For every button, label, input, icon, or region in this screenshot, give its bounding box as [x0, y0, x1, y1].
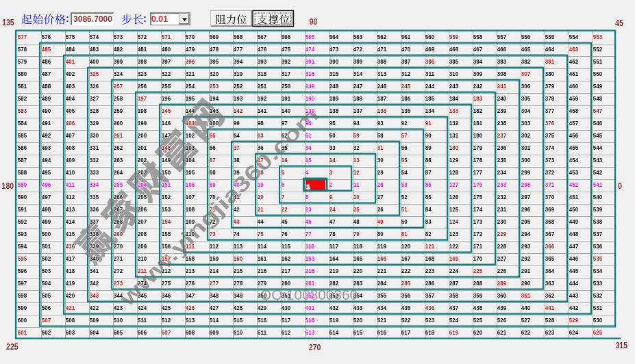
svg-text:420: 420: [66, 291, 75, 299]
svg-text:70: 70: [210, 193, 216, 200]
svg-text:331: 331: [90, 144, 99, 151]
svg-text:77: 77: [306, 230, 312, 237]
svg-text:139: 139: [306, 107, 315, 114]
svg-text:487: 487: [42, 70, 51, 77]
svg-text:423: 423: [114, 304, 123, 311]
svg-text:271: 271: [114, 255, 123, 262]
svg-text:412: 412: [66, 193, 75, 200]
svg-text:474: 474: [306, 45, 315, 53]
svg-text:578: 578: [18, 45, 27, 53]
svg-text:389: 389: [353, 57, 363, 65]
svg-text:225: 225: [473, 267, 483, 274]
svg-text:570: 570: [186, 33, 195, 40]
svg-text:599: 599: [18, 304, 27, 311]
svg-text:198: 198: [138, 107, 147, 114]
svg-text:556: 556: [521, 33, 531, 40]
svg-text:149: 149: [162, 156, 171, 164]
svg-text:140: 140: [282, 107, 291, 114]
svg-text:337: 337: [90, 218, 99, 225]
svg-text::: :: [143, 12, 147, 24]
svg-text:392: 392: [282, 57, 291, 65]
svg-text:443: 443: [569, 291, 579, 299]
svg-text:345: 345: [138, 291, 147, 299]
svg-text:484: 484: [66, 45, 75, 53]
svg-text:393: 393: [258, 57, 267, 65]
svg-text:417: 417: [66, 255, 75, 262]
svg-text:367: 367: [545, 230, 555, 237]
svg-text:135: 135: [401, 107, 411, 114]
svg-text:42: 42: [234, 205, 240, 213]
svg-text:324: 324: [114, 70, 123, 77]
svg-text:486: 486: [42, 57, 51, 65]
svg-text:309: 309: [473, 70, 483, 77]
svg-text:326: 326: [90, 82, 99, 90]
svg-text:89: 89: [425, 144, 432, 151]
svg-text:318: 318: [258, 70, 267, 77]
svg-text:432: 432: [329, 304, 339, 311]
svg-text:81: 81: [401, 230, 408, 237]
svg-text:452: 452: [569, 181, 579, 188]
svg-text:65: 65: [210, 131, 216, 139]
svg-text:261: 261: [114, 131, 123, 139]
svg-text:615: 615: [353, 328, 363, 336]
svg-text:450: 450: [569, 205, 579, 213]
svg-text:82: 82: [425, 230, 432, 237]
svg-text:511: 511: [138, 316, 147, 324]
svg-text:127: 127: [449, 181, 459, 188]
svg-text:519: 519: [329, 316, 339, 324]
svg-text:243: 243: [449, 82, 459, 90]
svg-text:180: 180: [473, 131, 483, 139]
svg-text:72: 72: [210, 218, 216, 225]
svg-text:288: 288: [473, 279, 483, 287]
svg-text:15: 15: [306, 156, 312, 164]
svg-text:616: 616: [377, 328, 387, 336]
svg-text:303: 303: [521, 119, 531, 127]
svg-text:27: 27: [377, 193, 384, 200]
svg-text:610: 610: [234, 328, 243, 336]
svg-text:375: 375: [545, 131, 555, 139]
svg-text:589: 589: [18, 181, 27, 188]
svg-text:195: 195: [186, 94, 195, 102]
svg-text:151: 151: [162, 181, 171, 188]
svg-text:573: 573: [114, 33, 123, 40]
svg-text:117: 117: [329, 242, 339, 250]
svg-text:252: 252: [234, 82, 243, 90]
svg-text:496: 496: [42, 181, 51, 188]
svg-text:623: 623: [545, 328, 555, 336]
svg-text:113: 113: [234, 242, 243, 250]
svg-text:92: 92: [401, 119, 408, 127]
svg-text:4: 4: [306, 168, 309, 176]
svg-text:439: 439: [497, 304, 507, 311]
svg-text:263: 263: [114, 156, 123, 164]
svg-text:524: 524: [449, 316, 459, 324]
svg-text:291: 291: [521, 267, 531, 274]
svg-text:549: 549: [593, 82, 603, 90]
svg-text:196: 196: [162, 94, 171, 102]
svg-text:477: 477: [234, 45, 243, 53]
svg-text:403: 403: [66, 82, 75, 90]
svg-text:143: 143: [210, 107, 219, 114]
svg-text:506: 506: [42, 304, 51, 311]
svg-text:183: 183: [473, 94, 483, 102]
svg-text:334: 334: [90, 181, 99, 188]
svg-text:344: 344: [114, 291, 123, 299]
svg-text:415: 415: [66, 230, 75, 237]
svg-text:161: 161: [258, 255, 267, 262]
svg-text:442: 442: [569, 304, 579, 311]
svg-text:429: 429: [258, 304, 267, 311]
svg-text:9: 9: [329, 193, 333, 200]
svg-text:306: 306: [521, 82, 531, 90]
svg-text:385: 385: [449, 57, 459, 65]
svg-text:588: 588: [18, 168, 27, 176]
svg-text:90: 90: [310, 16, 318, 27]
svg-text:363: 363: [545, 279, 555, 287]
svg-text:32: 32: [353, 144, 360, 151]
svg-text:226: 226: [497, 267, 507, 274]
svg-text:446: 446: [569, 255, 579, 262]
svg-text:449: 449: [569, 218, 579, 225]
svg-text:258: 258: [114, 94, 123, 102]
svg-text:284: 284: [377, 279, 387, 287]
svg-text:169: 169: [449, 255, 459, 262]
svg-text:205: 205: [138, 193, 147, 200]
svg-text:502: 502: [42, 255, 51, 262]
